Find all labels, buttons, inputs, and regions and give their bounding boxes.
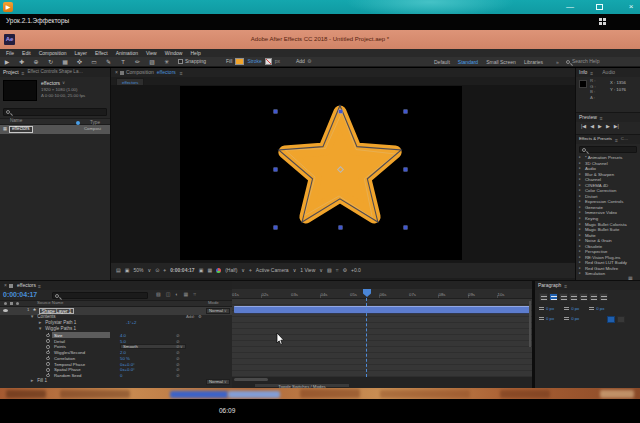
add-gear-icon[interactable]: ⚙ — [198, 315, 202, 319]
stopwatch-icon[interactable] — [46, 374, 50, 378]
selection-handle[interactable] — [274, 226, 277, 229]
column-source-name[interactable]: Source Name — [37, 301, 63, 305]
timeline-toggle-icon[interactable]: ◫ — [166, 292, 171, 297]
menu-item[interactable]: Effect — [91, 49, 112, 57]
property-toggle-icon[interactable]: ⊘ — [176, 362, 180, 367]
project-item-name[interactable]: effectors∨ — [41, 81, 65, 86]
exposure-value[interactable]: +0.0 — [351, 268, 361, 273]
indent-value[interactable]: 0 px — [546, 307, 554, 311]
tool-icon[interactable]: ▭ — [90, 57, 98, 67]
tool-icon[interactable]: ▦ — [61, 57, 69, 67]
column-name[interactable]: Name — [10, 119, 22, 124]
polystar-value[interactable]: -1°+2 — [126, 321, 136, 325]
property-value[interactable]: 5.0 — [120, 339, 126, 344]
viewer-icon[interactable]: ⊙ — [155, 268, 159, 273]
snapping-checkbox[interactable] — [178, 59, 183, 64]
stroke-swatch[interactable] — [265, 58, 272, 65]
selection-handle[interactable] — [404, 168, 407, 171]
timeline-toggle-icon[interactable]: ⌗ — [193, 292, 196, 297]
workspace-tab[interactable]: Libraries — [520, 58, 547, 67]
property-toggle-icon[interactable]: ⊘ — [176, 356, 180, 361]
timeline-v-scrollbar[interactable] — [529, 301, 531, 347]
selection-handle[interactable] — [274, 110, 277, 113]
property-value[interactable]: 0x+0.0° — [120, 367, 135, 372]
tab-paragraph[interactable]: Paragraph — [535, 281, 564, 290]
snapshot-icon[interactable]: ▦ — [207, 268, 212, 273]
snapshot-icon[interactable]: ▣ — [199, 268, 204, 273]
fill-label[interactable]: Fill — [226, 59, 232, 64]
add-gear-icon[interactable]: ⚙ — [307, 59, 311, 64]
timeline-toggle-icon[interactable]: ◐ — [175, 292, 178, 297]
workspace-tab[interactable]: Small Screen — [482, 58, 520, 67]
camera-select[interactable]: Active Camera — [256, 268, 289, 273]
view-layout-select[interactable]: 1 View — [300, 268, 315, 273]
spacing-value[interactable]: 0 px — [546, 317, 554, 321]
viewer-icon[interactable]: ▤ — [116, 268, 121, 273]
indent-value[interactable]: 0 px — [596, 307, 604, 311]
property-value[interactable]: 2.0 — [120, 350, 126, 355]
time-ruler[interactable]: 01s02s03s04s05s06s07s08s09s10s — [232, 289, 532, 299]
eye-icon[interactable] — [3, 309, 8, 312]
viewer-icon[interactable]: ⌖ — [163, 268, 166, 273]
selection-handle[interactable] — [339, 110, 342, 113]
viewer-icon[interactable]: ⚙ — [342, 268, 346, 273]
close-tab-icon[interactable]: × — [115, 70, 118, 75]
sort-icon[interactable] — [76, 121, 80, 125]
timeline-timecode[interactable]: 0:00:04:17 — [3, 291, 37, 298]
maximize-button[interactable] — [596, 4, 603, 10]
snapping-control[interactable]: Snapping — [178, 59, 206, 64]
composition-panel-label[interactable]: Composition — [126, 70, 154, 75]
fill-mode-select[interactable]: Normal∨ — [206, 379, 230, 385]
expand-arrow-icon[interactable]: ► — [30, 379, 34, 383]
stopwatch-icon[interactable] — [46, 345, 50, 349]
property-value[interactable]: 50 % — [120, 356, 130, 361]
property-toggle-icon[interactable]: ⊘ — [176, 350, 180, 355]
spacing-field[interactable]: 0 px — [539, 317, 554, 321]
roi-icon[interactable]: ⌖ — [249, 268, 252, 273]
property-value[interactable]: 0 — [120, 373, 122, 378]
comp-viewer[interactable] — [111, 85, 575, 264]
close-tab-icon[interactable]: × — [4, 283, 7, 288]
composition-name[interactable]: effectors — [157, 70, 176, 75]
menu-item[interactable]: Animation — [112, 49, 142, 57]
tab-audio[interactable]: Audio — [599, 68, 618, 77]
timeline-h-scrollbar[interactable] — [234, 378, 268, 381]
expand-arrow-icon[interactable]: ▼ — [38, 327, 42, 331]
panel-menu-icon[interactable]: ≡ — [38, 283, 41, 289]
justify-last-center-button[interactable] — [579, 293, 588, 301]
fill-row[interactable]: ► Fill 1 Normal∨ — [0, 379, 232, 385]
stopwatch-icon[interactable] — [46, 351, 50, 355]
project-search-input[interactable] — [3, 108, 107, 116]
tool-icon[interactable]: ▨ — [148, 57, 156, 67]
tab-info[interactable]: Info — [576, 68, 590, 77]
panel-menu-icon[interactable]: ≡ — [180, 70, 183, 76]
justify-all-button[interactable] — [599, 293, 608, 301]
menu-item[interactable]: Layer — [70, 49, 91, 57]
tool-icon[interactable]: ✳ — [163, 57, 171, 67]
layer-name[interactable]: Shape Layer 1 — [39, 308, 75, 314]
tool-icon[interactable]: ✎ — [105, 57, 113, 67]
spacing-field[interactable]: 0 px — [564, 317, 579, 321]
timeline-toggle-icon[interactable]: ▧ — [156, 292, 161, 297]
property-toggle-icon[interactable]: ⊘ — [176, 367, 180, 372]
transport-button[interactable]: ▶ — [598, 124, 602, 129]
expand-arrow-icon[interactable]: ▼ — [30, 315, 34, 319]
justify-last-right-button[interactable] — [589, 293, 598, 301]
expand-arrow-icon[interactable]: ► — [38, 321, 42, 325]
menu-item[interactable]: Edit — [18, 49, 35, 57]
channel-icon[interactable] — [216, 268, 221, 273]
viewer-icon[interactable]: ▣ — [125, 268, 130, 273]
timeline-search-input[interactable] — [52, 292, 148, 299]
tool-icon[interactable]: ▶ — [3, 57, 11, 67]
workspace-tab[interactable]: Standard — [454, 58, 482, 67]
indent-field[interactable]: 0 px — [564, 307, 579, 311]
align-center-button[interactable] — [549, 293, 558, 301]
search-help-field[interactable]: Search Help — [566, 59, 600, 64]
column-mode[interactable]: Mode — [208, 301, 219, 305]
menu-item[interactable]: Help — [186, 49, 204, 57]
tab-project[interactable]: Project — [0, 68, 22, 77]
project-row-effectors[interactable]: ▦ effectors Composi — [0, 125, 110, 134]
layer-mode-select[interactable]: Normal∨ — [206, 308, 230, 314]
minimize-button[interactable]: — — [563, 0, 577, 13]
menu-item[interactable]: File — [2, 49, 18, 57]
